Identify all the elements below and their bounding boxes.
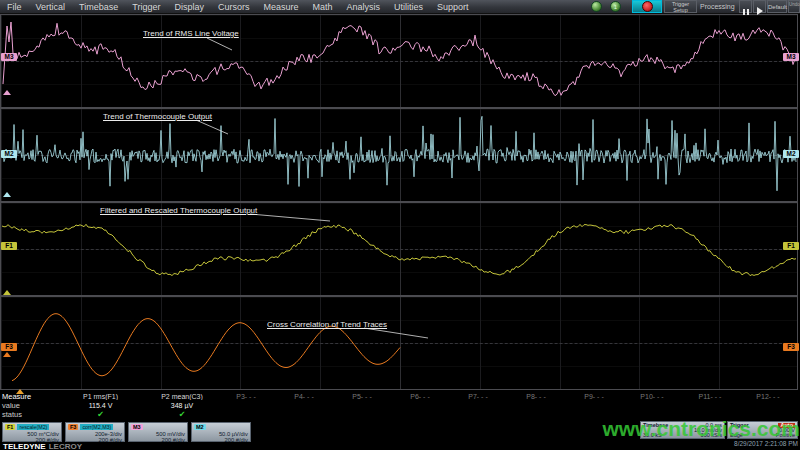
trace-tag-m2[interactable]: M2 [783, 150, 799, 158]
ground-level-marker-icon [3, 192, 11, 197]
status-led2-icon[interactable]: 1 [610, 1, 621, 12]
descriptor-m3[interactable]: M3500 mV/div200 #/div [128, 422, 188, 442]
measure-param-header[interactable]: P5- - - [333, 393, 391, 400]
ground-level-marker-icon [3, 90, 11, 95]
measure-param-value: 115.4 V [54, 402, 147, 409]
measure-param-header[interactable]: P8- - - [507, 393, 565, 400]
measure-param-value: 348 µV [147, 402, 217, 409]
brand-lecroy: LECROY [49, 442, 82, 450]
trace-tag-m3[interactable]: M3 [783, 53, 799, 61]
menu-trigger[interactable]: Trigger [125, 2, 167, 12]
trace-annotation: Trend of RMS Line Voltage [143, 29, 239, 38]
measure-param-status: ✔ [147, 411, 217, 419]
trace-tag-f1[interactable]: F1 [783, 242, 799, 250]
menu-measure[interactable]: Measure [256, 2, 305, 12]
trace-tag-f1[interactable]: F1 [1, 242, 17, 250]
brand-logo: TELEDYNELECROY [3, 442, 82, 450]
measure-param-header[interactable]: P1 rms(F1) [54, 393, 147, 400]
grid-2[interactable] [0, 108, 798, 202]
menu-cursors[interactable]: Cursors [211, 2, 257, 12]
ground-level-marker-icon [3, 290, 11, 295]
menu-timebase[interactable]: Timebase [72, 2, 125, 12]
descriptor-m2[interactable]: M250.0 µV/div200 #/div [191, 422, 251, 442]
measure-table: MeasureP1 rms(F1)P2 mean(C3)P3- - -P4- -… [2, 392, 798, 419]
camera-icon [642, 1, 653, 12]
channel-badge: M2 [194, 424, 206, 430]
default-button[interactable]: Default [767, 0, 787, 13]
measure-param-status: ✔ [54, 411, 147, 419]
hardcopy-button[interactable] [632, 0, 662, 13]
menu-vertical[interactable]: Vertical [29, 2, 73, 12]
trigger-time-marker-icon [16, 389, 24, 394]
measure-row-label: value [2, 401, 54, 410]
measure-param-header[interactable]: P12- - - [739, 393, 797, 400]
measure-value-row: value115.4 V348 µV [2, 401, 798, 410]
measure-param-header[interactable]: P11- - - [681, 393, 739, 400]
measure-param-header[interactable]: P4- - - [275, 393, 333, 400]
ground-level-marker-icon [3, 352, 11, 357]
channel-badge: M3 [131, 424, 143, 430]
undo-button[interactable]: Undo [788, 0, 800, 13]
measure-row-label: Measure [2, 392, 54, 401]
datetime-stamp: 8/29/2017 2:21:08 PM [734, 440, 798, 447]
measure-param-header[interactable]: P9- - - [565, 393, 623, 400]
trace-tag-f3[interactable]: F3 [1, 343, 17, 351]
pause-button[interactable] [739, 0, 752, 13]
channel-badge: F3 [68, 424, 78, 430]
menu-support[interactable]: Support [430, 2, 476, 12]
descriptor-scale: 200 #/div [194, 437, 248, 443]
play-icon [757, 7, 763, 15]
menu-math[interactable]: Math [305, 2, 339, 12]
processing-status: Processing [700, 3, 735, 10]
play-button[interactable] [753, 0, 766, 13]
trigger-setup-button[interactable]: TriggerSetup [664, 0, 697, 13]
grid-3[interactable] [0, 202, 798, 296]
measure-param-header[interactable]: P10- - - [623, 393, 681, 400]
measure-header-row: MeasureP1 rms(F1)P2 mean(C3)P3- - -P4- -… [2, 392, 798, 401]
measure-param-header[interactable]: P2 mean(C3) [147, 393, 217, 400]
trace-annotation: Filtered and Rescaled Thermocouple Outpu… [100, 206, 257, 215]
menu-analysis[interactable]: Analysis [339, 2, 387, 12]
menu-display[interactable]: Display [167, 2, 211, 12]
trace-tag-m3[interactable]: M3 [1, 53, 17, 61]
trace-tag-m2[interactable]: M2 [1, 150, 17, 158]
status-led-icon[interactable] [591, 1, 602, 12]
trace-tag-f3[interactable]: F3 [783, 343, 799, 351]
grid-4[interactable] [0, 296, 798, 390]
measure-param-header[interactable]: P7- - - [449, 393, 507, 400]
descriptor-scale: 200 #/div [131, 437, 185, 443]
pause-icon [743, 9, 745, 15]
brand-teledyne: TELEDYNE [3, 442, 46, 450]
measure-row-label: status [2, 410, 54, 419]
descriptor-f3[interactable]: F3corr(M2,M3)200e-3/div200 #/div [65, 422, 125, 442]
descriptor-row: F1rescale(M2)500 m°C/div200 #/divF3corr(… [2, 422, 251, 442]
descriptor-function: rescale(M2) [17, 424, 49, 430]
oscilloscope-screen: FileVerticalTimebaseTriggerDisplayCursor… [0, 0, 800, 450]
trace-annotation: Cross Correlation of Trend Traces [267, 320, 387, 329]
measure-param-header[interactable]: P6- - - [391, 393, 449, 400]
menu-utilities[interactable]: Utilities [387, 2, 430, 12]
descriptor-f1[interactable]: F1rescale(M2)500 m°C/div200 #/div [2, 422, 62, 442]
channel-badge: F1 [5, 424, 15, 430]
descriptor-function: corr(M2,M3) [80, 424, 113, 430]
measure-param-header[interactable]: P3- - - [217, 393, 275, 400]
menu-bar: FileVerticalTimebaseTriggerDisplayCursor… [0, 0, 800, 14]
grid-1[interactable] [0, 14, 798, 108]
watermark: www.cntronics.com [602, 417, 800, 441]
menu-file[interactable]: File [0, 2, 29, 12]
trace-annotation: Trend of Thermocouple Output [103, 112, 212, 121]
